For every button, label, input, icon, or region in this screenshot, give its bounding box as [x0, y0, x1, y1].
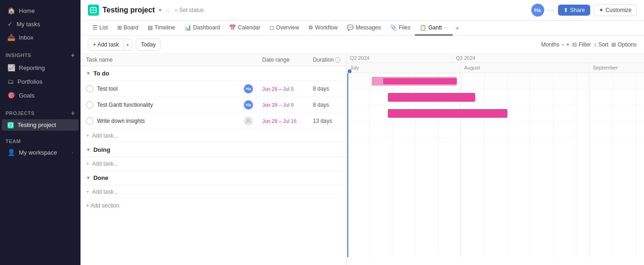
set-status-btn[interactable]: ○ Set status — [175, 7, 204, 13]
sidebar-item-home[interactable]: 🏠 Home — [2, 4, 79, 17]
tab-timeline-label: Timeline — [155, 24, 175, 31]
table-row: Test tool Ha Jun 26 – Jul 5 8 days — [80, 81, 346, 97]
sidebar: 🏠 Home ✓ My tasks 📥 Inbox Insights + 📈 R… — [0, 0, 80, 265]
filter-icon: ⊟ — [572, 41, 577, 48]
add-section-label: + Add section — [86, 202, 119, 209]
customize-icon: ✦ — [599, 7, 604, 13]
tab-calendar[interactable]: 📅 Calendar — [224, 21, 265, 35]
add-icon: + — [86, 132, 89, 139]
section-done-header[interactable]: ▼ Done — [80, 171, 346, 185]
table-row: Test Gantt functionality Ha Jun 28 – Jul… — [80, 97, 346, 113]
tab-files-label: Files — [399, 24, 410, 31]
sort-label: Sort — [598, 41, 609, 48]
project-title: Testing project — [103, 6, 155, 14]
tab-messages[interactable]: 💬 Messages — [342, 21, 385, 35]
project-dropdown-btn[interactable]: ▾ — [159, 7, 161, 13]
check-icon: ✓ — [7, 20, 13, 28]
tab-messages-label: Messages — [356, 24, 381, 31]
sidebar-item-inbox[interactable]: 📥 Inbox — [2, 31, 79, 44]
add-task-dropdown-btn[interactable]: ▾ — [123, 40, 132, 50]
gantt-bar-task1[interactable] — [383, 78, 457, 84]
task-status-circle[interactable] — [86, 117, 93, 125]
calendar-icon: 📅 — [229, 24, 236, 31]
section-done-title: Done — [93, 174, 109, 181]
section-to-do-title: To do — [93, 70, 109, 77]
tab-overview[interactable]: ◻ Overview — [265, 21, 304, 35]
add-task-done[interactable]: + Add task... — [80, 185, 346, 199]
page-header: Testing project ▾ ☆ ○ Set status Ha ··· … — [80, 0, 644, 21]
sidebar-item-my-tasks[interactable]: ✓ My tasks — [2, 17, 79, 30]
doing-chevron: ▼ — [86, 147, 91, 152]
sidebar-item-testing-project[interactable]: Testing project — [2, 119, 79, 131]
tab-list[interactable]: ☰ List — [88, 21, 113, 35]
projects-add-btn[interactable]: + — [71, 109, 75, 117]
sidebar-item-reporting[interactable]: 📈 Reporting — [2, 61, 79, 74]
task-date-range: Jun 26 – Jul 5 — [259, 83, 309, 95]
more-options-btn[interactable]: ··· — [548, 6, 555, 14]
sidebar-item-my-workspace[interactable]: 👤 My workspace › — [2, 146, 79, 158]
months-label: Months — [541, 41, 559, 48]
month-september: September — [589, 63, 644, 73]
task-status-circle[interactable] — [86, 85, 93, 92]
gantt-bar-task2[interactable] — [388, 93, 475, 102]
sidebar-item-goals[interactable]: 🎯 Goals — [2, 89, 79, 102]
table-row: Write down insights Jun 28 – Jul 16 13 d… — [80, 113, 346, 129]
gantt-icon: 📋 — [420, 24, 426, 31]
add-task-to-do[interactable]: + Add task... — [80, 129, 346, 143]
projects-label: Projects — [6, 110, 34, 116]
tab-timeline[interactable]: ▤ Timeline — [143, 21, 180, 35]
tab-gantt[interactable]: 📋 Gantt ··· — [415, 21, 453, 35]
share-btn[interactable]: ⬆ Share — [558, 5, 590, 16]
duration-info-icon[interactable]: i — [335, 57, 340, 63]
team-section: Team — [0, 135, 80, 146]
workflow-icon: ⚙ — [308, 24, 313, 31]
add-task-main-btn[interactable]: + Add task — [88, 39, 123, 50]
sidebar-item-portfolios[interactable]: 🗂 Portfolios — [2, 75, 79, 88]
share-label: Share — [570, 7, 585, 13]
today-btn[interactable]: Today — [136, 39, 161, 51]
col-duration: Duration i — [309, 54, 346, 66]
filter-btn[interactable]: ⊟ Filter — [572, 41, 591, 48]
customize-btn[interactable]: ✦ Customize — [594, 4, 637, 16]
gantt-container: Task name Date range Duration i ▼ To do … — [80, 54, 644, 265]
add-section-btn[interactable]: + Add section — [80, 199, 346, 213]
task-duration: 8 days — [309, 82, 346, 95]
insights-add-btn[interactable]: + — [71, 52, 75, 59]
task-date-range: Jun 28 – Jul 16 — [259, 115, 309, 127]
sidebar-item-label: Inbox — [19, 34, 34, 41]
chart-inner: Q2 2024 Q3 2024 July August September — [346, 54, 644, 257]
team-item-label: My workspace — [19, 149, 57, 156]
options-btn[interactable]: ⊞ Options — [611, 41, 637, 48]
workspace-icon: 👤 — [7, 149, 15, 156]
section-to-do-header[interactable]: ▼ To do — [80, 66, 346, 81]
tab-board[interactable]: ⊞ Board — [113, 21, 143, 35]
avatar: Ha — [244, 100, 253, 109]
tab-workflow[interactable]: ⚙ Workflow — [304, 21, 342, 35]
insights-section: Insights + — [0, 48, 80, 61]
gantt-bar-task3[interactable] — [388, 109, 507, 118]
task-date-range: Jun 28 – Jul 9 — [259, 99, 309, 111]
section-doing-header[interactable]: ▼ Doing — [80, 143, 346, 157]
avatar: Ha — [531, 4, 544, 17]
add-icon: + — [86, 161, 89, 167]
add-task-btn-group[interactable]: + Add task ▾ — [88, 39, 132, 51]
task-duration: 8 days — [309, 98, 346, 111]
month-august: August — [460, 63, 589, 73]
gantt-chart-svg — [346, 73, 644, 257]
tab-files[interactable]: 📎 Files — [385, 21, 415, 35]
sidebar-item-label: My tasks — [17, 21, 40, 28]
months-btn[interactable]: Months − + — [541, 41, 569, 48]
add-task-doing[interactable]: + Add task... — [80, 157, 346, 171]
tab-dashboard[interactable]: 📊 Dashboard — [180, 21, 225, 35]
reporting-icon: 📈 — [7, 64, 15, 71]
project-icon — [88, 5, 99, 16]
quarter-q2: Q2 2024 — [346, 54, 452, 63]
files-icon: 📎 — [390, 24, 397, 31]
sort-btn[interactable]: ↕ Sort — [594, 41, 609, 48]
task-name-cell: Test tool Ha — [80, 81, 259, 97]
star-btn[interactable]: ☆ — [165, 6, 171, 14]
list-icon: ☰ — [92, 24, 98, 31]
add-tab-btn[interactable]: + — [453, 21, 462, 35]
gantt-more-btn[interactable]: ··· — [444, 25, 448, 30]
task-status-circle[interactable] — [86, 101, 93, 109]
